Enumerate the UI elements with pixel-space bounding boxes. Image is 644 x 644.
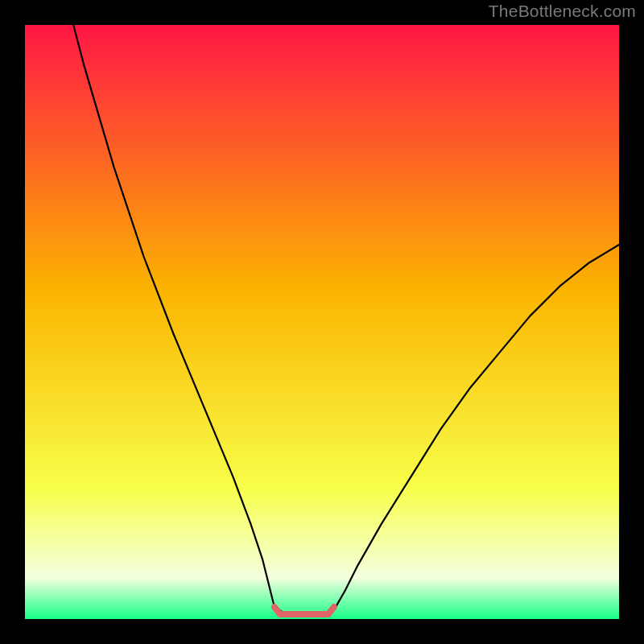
gradient-background <box>25 25 619 619</box>
chart-container: TheBottleneck.com <box>0 0 644 644</box>
bottleneck-plot <box>25 25 619 619</box>
watermark-text: TheBottleneck.com <box>489 2 636 21</box>
